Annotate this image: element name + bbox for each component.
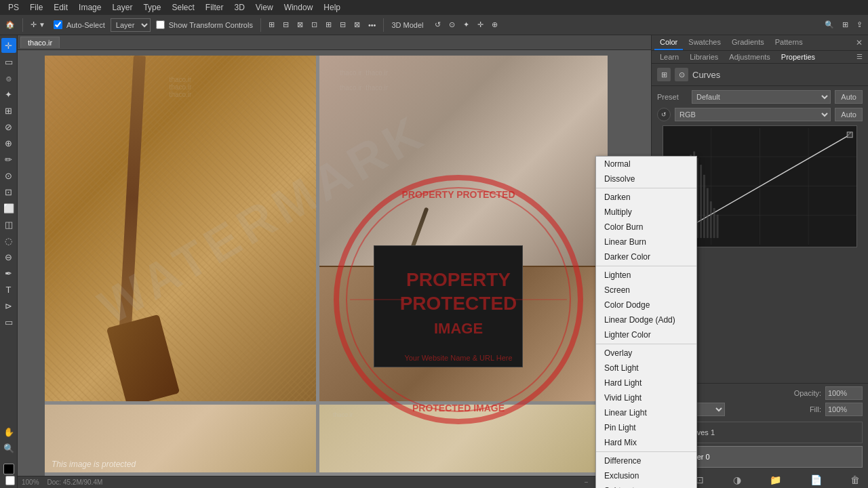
lasso-tool[interactable]: ⌾ bbox=[1, 70, 16, 85]
blend-linear-dodge[interactable]: Linear Dodge (Add) bbox=[596, 312, 696, 327]
canvas-tab-main[interactable]: thaco.ir bbox=[20, 37, 60, 48]
blend-color-dodge[interactable]: Color Dodge bbox=[596, 298, 696, 312]
blend-dissolve[interactable]: Dissolve bbox=[596, 171, 696, 186]
pen-tool[interactable]: ✒ bbox=[1, 266, 16, 281]
blend-vivid-light[interactable]: Vivid Light bbox=[596, 390, 696, 405]
dodge-tool[interactable]: ⊖ bbox=[1, 249, 16, 264]
align-bottom[interactable]: ⊟ bbox=[337, 20, 349, 29]
sub-tab-properties[interactable]: Properties bbox=[776, 51, 821, 63]
sub-tab-libraries[interactable]: Libraries bbox=[684, 51, 724, 63]
fill-input[interactable] bbox=[825, 403, 863, 416]
channel-select[interactable]: RGB Red Green Blue bbox=[675, 108, 831, 121]
blend-overlay[interactable]: Overlay bbox=[596, 346, 696, 361]
menu-3d[interactable]: 3D bbox=[229, 0, 250, 15]
healing-tool[interactable]: ⊕ bbox=[1, 136, 16, 150]
auto-button-2[interactable]: Auto bbox=[835, 108, 863, 121]
blur-tool[interactable]: ◌ bbox=[1, 233, 16, 248]
blend-darken[interactable]: Darken bbox=[596, 190, 696, 205]
auto-select-checkbox[interactable]: Auto-Select bbox=[51, 20, 108, 29]
path-tool[interactable]: ⊳ bbox=[1, 298, 16, 313]
menu-help[interactable]: Help bbox=[318, 0, 346, 15]
menu-type[interactable]: Type bbox=[138, 0, 166, 15]
blend-difference[interactable]: Difference bbox=[596, 453, 696, 468]
menu-file[interactable]: File bbox=[24, 0, 48, 15]
share-btn[interactable]: ⇪ bbox=[854, 20, 865, 29]
blend-lighter-color[interactable]: Lighter Color bbox=[596, 327, 696, 342]
tab-patterns[interactable]: Patterns bbox=[770, 35, 808, 50]
blend-multiply[interactable]: Multiply bbox=[596, 205, 696, 220]
layer-select[interactable]: Layer Group bbox=[111, 18, 151, 32]
new-group-icon[interactable]: 📁 bbox=[770, 474, 781, 485]
menu-window[interactable]: Window bbox=[279, 0, 319, 15]
blend-screen[interactable]: Screen bbox=[596, 283, 696, 298]
menu-filter[interactable]: Filter bbox=[200, 0, 229, 15]
gradient-tool[interactable]: ◫ bbox=[1, 217, 16, 232]
show-transform-checkbox[interactable]: Show Transform Controls bbox=[153, 20, 256, 29]
menu-ps[interactable]: PS bbox=[3, 0, 24, 15]
blend-hard-mix[interactable]: Hard Mix bbox=[596, 435, 696, 450]
brush-tool[interactable]: ✏ bbox=[1, 152, 16, 167]
menu-view[interactable]: View bbox=[250, 0, 279, 15]
align-center-h[interactable]: ⊟ bbox=[280, 20, 292, 29]
rotate-3d[interactable]: ↺ bbox=[432, 20, 443, 29]
menu-image[interactable]: Image bbox=[73, 0, 106, 15]
opacity-input[interactable] bbox=[825, 386, 863, 400]
crop-tool[interactable]: ⊞ bbox=[1, 103, 16, 118]
light-3d[interactable]: ✦ bbox=[460, 20, 472, 29]
background-color[interactable] bbox=[5, 476, 15, 485]
camera-3d[interactable]: ⊙ bbox=[446, 20, 458, 29]
move-tool-options[interactable]: ✛ ▼ bbox=[28, 20, 48, 29]
menu-select[interactable]: Select bbox=[166, 0, 199, 15]
magic-wand-tool[interactable]: ✦ bbox=[1, 87, 16, 102]
add-mask-icon[interactable]: ⊡ bbox=[696, 474, 704, 485]
channel-icon[interactable]: ↺ bbox=[657, 108, 671, 121]
move-3d[interactable]: ✛ bbox=[475, 20, 486, 29]
zoom-out-btn[interactable]: − bbox=[585, 479, 589, 486]
menu-layer[interactable]: Layer bbox=[106, 0, 138, 15]
clone-tool[interactable]: ⊙ bbox=[1, 168, 16, 183]
panel-options[interactable]: ☰ bbox=[854, 51, 865, 63]
eyedropper-tool[interactable]: ⊘ bbox=[1, 119, 16, 134]
blend-normal[interactable]: Normal bbox=[596, 157, 696, 171]
blend-color-burn[interactable]: Color Burn bbox=[596, 220, 696, 235]
new-layer-icon[interactable]: 📄 bbox=[810, 474, 822, 485]
align-center-v[interactable]: ⊞ bbox=[323, 20, 334, 29]
align-top[interactable]: ⊡ bbox=[309, 20, 320, 29]
blend-darker-color[interactable]: Darker Color bbox=[596, 249, 696, 264]
align-right[interactable]: ⊠ bbox=[294, 20, 306, 29]
zoom-tool[interactable]: 🔍 bbox=[1, 441, 16, 455]
tab-color[interactable]: Color bbox=[654, 35, 683, 50]
blend-pin-light[interactable]: Pin Light bbox=[596, 420, 696, 435]
orbit-3d[interactable]: ⊕ bbox=[489, 20, 500, 29]
menu-edit[interactable]: Edit bbox=[48, 0, 73, 15]
tab-gradients[interactable]: Gradients bbox=[726, 35, 770, 50]
blend-linear-burn[interactable]: Linear Burn bbox=[596, 235, 696, 249]
adjustment-icon[interactable]: ◑ bbox=[733, 474, 741, 485]
delete-layer-icon[interactable]: 🗑 bbox=[850, 474, 860, 485]
distribute-h[interactable]: ⊠ bbox=[351, 20, 363, 29]
home-button[interactable]: 🏠 bbox=[3, 20, 18, 29]
eraser-tool[interactable]: ⬜ bbox=[1, 201, 16, 216]
blend-subtract[interactable]: Subtract bbox=[596, 483, 696, 488]
search-btn[interactable]: 🔍 bbox=[822, 20, 837, 29]
workspace-btn[interactable]: ⊞ bbox=[840, 20, 851, 29]
sub-tab-learn[interactable]: Learn bbox=[654, 51, 684, 63]
panel-close[interactable]: ✕ bbox=[853, 35, 865, 50]
blend-hard-light[interactable]: Hard Light bbox=[596, 375, 696, 390]
align-left[interactable]: ⊞ bbox=[266, 20, 277, 29]
3d-model-btn[interactable]: 3D Model bbox=[389, 21, 426, 29]
blend-exclusion[interactable]: Exclusion bbox=[596, 468, 696, 483]
more-options[interactable]: ••• bbox=[366, 21, 379, 29]
hand-tool[interactable]: ✋ bbox=[1, 424, 16, 439]
sub-tab-adjustments[interactable]: Adjustments bbox=[724, 51, 776, 63]
auto-button[interactable]: Auto bbox=[835, 90, 863, 104]
move-tool[interactable]: ✛ bbox=[1, 38, 16, 53]
marquee-tool[interactable]: ▭ bbox=[1, 54, 16, 69]
blend-linear-light[interactable]: Linear Light bbox=[596, 405, 696, 420]
preset-select[interactable]: Default Strong Contrast Linear Contrast bbox=[692, 90, 831, 104]
text-tool[interactable]: T bbox=[1, 282, 16, 297]
shape-tool[interactable]: ▭ bbox=[1, 314, 16, 329]
tab-swatches[interactable]: Swatches bbox=[683, 35, 726, 50]
blend-lighten[interactable]: Lighten bbox=[596, 268, 696, 283]
blend-soft-light[interactable]: Soft Light bbox=[596, 361, 696, 375]
